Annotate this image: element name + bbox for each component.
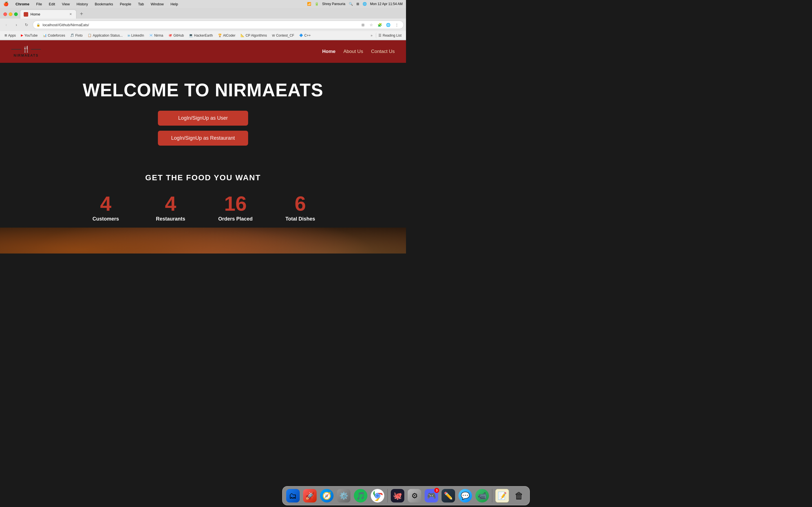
food-background	[0, 228, 406, 253]
bookmark-fivto-label: Fivto	[75, 34, 83, 38]
active-tab[interactable]: Home ✕	[20, 10, 77, 18]
stat-dishes-number: 6	[271, 193, 330, 214]
bookmark-atcoder[interactable]: 🏆 AtCoder	[216, 33, 238, 38]
datetime: Mon 12 Apr 11:54 AM	[370, 2, 403, 6]
bookmark-codeforces-label: Codeforces	[48, 34, 65, 38]
bookmark-cpalgorithms-label: CP Algorithms	[246, 34, 267, 38]
tab-menu[interactable]: Tab	[137, 2, 145, 6]
login-user-button[interactable]: LogIn/SignUp as User	[158, 111, 248, 126]
stats-section: GET THE FOOD YOU WANT 4 Customers 4 Rest…	[0, 162, 406, 228]
forward-button[interactable]: ›	[12, 21, 20, 29]
bookmark-apps-label: Apps	[8, 34, 16, 38]
user-name[interactable]: Shrey Pansuria	[322, 2, 345, 6]
back-button[interactable]: ‹	[2, 21, 10, 29]
address-bar[interactable]: 🔒 localhost//Github/NirmaEats/ ⊞ ☆ 🧩 🌐 ⋮	[33, 20, 404, 29]
stat-orders-number: 16	[206, 193, 265, 214]
control-center-icon[interactable]: ⊞	[356, 2, 359, 6]
app-name-menu[interactable]: Chrome	[14, 2, 31, 6]
bookmark-fivto[interactable]: 🎵 Fivto	[68, 33, 85, 38]
nav-home[interactable]: Home	[322, 49, 336, 54]
view-menu[interactable]: View	[61, 2, 71, 6]
tab-favicon	[24, 12, 28, 17]
cpp-icon: 🔷	[299, 34, 303, 37]
edit-menu[interactable]: Edit	[48, 2, 56, 6]
logo-line-right	[31, 49, 41, 50]
apple-menu[interactable]: 🍎	[3, 1, 9, 6]
window-menu[interactable]: Window	[149, 2, 165, 6]
hero-section: WELCOME TO NIRMAEATS LogIn/SignUp as Use…	[0, 63, 406, 162]
bookmark-cpp[interactable]: 🔷 C++	[297, 33, 313, 38]
stat-orders-label: Orders Placed	[206, 216, 265, 222]
url-display[interactable]: localhost//Github/NirmaEats/	[43, 23, 89, 27]
linkedin-icon: in	[128, 34, 130, 37]
food-image-area	[0, 228, 406, 253]
lock-icon: 🔒	[36, 23, 40, 27]
grid-view-icon[interactable]: ⊞	[359, 21, 366, 28]
logo-line-left	[11, 49, 21, 50]
fivto-icon: 🎵	[70, 34, 74, 37]
profile-icon[interactable]: 🌐	[385, 21, 392, 28]
stat-orders: 16 Orders Placed	[206, 193, 265, 222]
bookmark-youtube-label: YouTube	[24, 34, 38, 38]
window-maximize-button[interactable]	[14, 12, 18, 16]
nirma-icon: 📧	[149, 34, 153, 37]
tab-close-button[interactable]: ✕	[68, 12, 73, 17]
refresh-button[interactable]: ↻	[22, 21, 31, 29]
github-icon: 🐙	[168, 34, 172, 37]
bookmark-cpalgorithms[interactable]: 📐 CP Algorithms	[238, 33, 269, 38]
site-logo[interactable]: 🍴 NIRMAEATS	[11, 46, 41, 57]
stat-dishes-label: Total Dishes	[271, 216, 330, 222]
reading-list-button[interactable]: ☰ Reading List	[376, 33, 404, 38]
wifi-icon[interactable]: 📶	[307, 2, 311, 6]
bookmark-appstatus[interactable]: 📋 Application Status...	[86, 33, 125, 38]
new-tab-button[interactable]: +	[78, 10, 86, 18]
site-navbar: 🍴 NIRMAEATS Home About Us Contact Us	[0, 40, 406, 63]
bookmark-contestcf-label: Contest_CF	[276, 34, 294, 38]
bookmark-star-icon[interactable]: ☆	[368, 21, 375, 28]
reading-list-label: Reading List	[383, 34, 402, 38]
window-minimize-button[interactable]	[9, 12, 12, 16]
bookmark-hackerearth-label: HackerEarth	[194, 34, 213, 38]
hero-title: WELCOME TO NIRMAEATS	[11, 80, 395, 101]
stats-grid: 4 Customers 4 Restaurants 16 Orders Plac…	[76, 193, 330, 222]
window-controls	[3, 12, 18, 16]
people-menu[interactable]: People	[119, 2, 132, 6]
bookmark-nirma[interactable]: 📧 Nirma	[147, 33, 165, 38]
extension-puzzle-icon[interactable]: 🧩	[376, 21, 383, 28]
tab-title: Home	[31, 12, 40, 16]
reading-list-icon: ☰	[378, 34, 382, 38]
more-menu-icon[interactable]: ⋮	[393, 21, 400, 28]
address-bar-row: ‹ › ↻ 🔒 localhost//Github/NirmaEats/ ⊞ ☆…	[0, 18, 406, 31]
search-icon[interactable]: 🔍	[349, 2, 353, 6]
bookmark-linkedin[interactable]: in LinkedIn	[125, 33, 146, 38]
stat-restaurants-label: Restaurants	[141, 216, 200, 222]
help-menu[interactable]: Help	[169, 2, 179, 6]
history-menu[interactable]: History	[75, 2, 89, 6]
bookmark-codeforces[interactable]: 📊 Codeforces	[41, 33, 67, 38]
bookmarks-menu[interactable]: Bookmarks	[94, 2, 114, 6]
bookmark-atcoder-label: AtCoder	[223, 34, 236, 38]
nav-about[interactable]: About Us	[343, 49, 363, 54]
bookmark-apps[interactable]: ⊞ Apps	[2, 33, 18, 38]
battery-icon: 🔋	[315, 2, 319, 6]
bookmark-contestcf[interactable]: W Contest_CF	[270, 33, 296, 38]
window-close-button[interactable]	[3, 12, 7, 16]
stats-heading: GET THE FOOD YOU WANT	[0, 173, 406, 182]
stat-dishes: 6 Total Dishes	[271, 193, 330, 222]
bookmarks-more-button[interactable]: »	[369, 33, 374, 38]
nav-contact[interactable]: Contact Us	[371, 49, 395, 54]
stat-customers-number: 4	[76, 193, 135, 214]
menu-bar: 🍎 Chrome File Edit View History Bookmark…	[0, 0, 406, 8]
bookmark-hackerearth[interactable]: 💻 HackerEarth	[187, 33, 215, 38]
bookmark-youtube[interactable]: ▶ YouTube	[18, 33, 40, 38]
bookmark-appstatus-label: Application Status...	[93, 34, 123, 38]
login-restaurant-button[interactable]: LogIn/SignUp as Restaurant	[158, 131, 248, 146]
notification-icon[interactable]: 🌐	[363, 2, 367, 6]
stat-customers: 4 Customers	[76, 193, 135, 222]
file-menu[interactable]: File	[35, 2, 43, 6]
hackerearth-icon: 💻	[189, 34, 193, 37]
bookmark-linkedin-label: LinkedIn	[132, 34, 144, 38]
stat-restaurants: 4 Restaurants	[141, 193, 200, 222]
contestcf-icon: W	[272, 34, 275, 37]
bookmark-github[interactable]: 🐙 GitHub	[166, 33, 186, 38]
